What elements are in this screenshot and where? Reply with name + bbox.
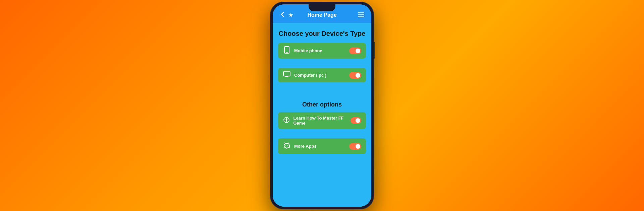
option-left-computer: Computer ( pc ) xyxy=(283,71,326,79)
main-content: Choose your Device's Type Mobile phone xyxy=(273,23,371,207)
mobile-phone-icon xyxy=(283,46,291,55)
learn-ff-label: Learn How To Master FF Game xyxy=(293,116,351,126)
more-apps-label: More Apps xyxy=(294,144,317,149)
android-icon xyxy=(283,142,291,151)
learn-ff-toggle[interactable] xyxy=(351,117,361,124)
computer-icon xyxy=(283,71,291,79)
spacer-1 xyxy=(278,61,366,68)
app-bar-title: Home Page xyxy=(287,12,357,18)
gamepad-icon xyxy=(283,117,290,125)
other-section-title: Other options xyxy=(278,101,366,108)
svg-point-12 xyxy=(284,143,289,148)
menu-button[interactable] xyxy=(357,12,366,19)
favorite-button[interactable]: ★ xyxy=(286,11,296,19)
svg-line-16 xyxy=(288,143,289,144)
device-section-title: Choose your Device's Type xyxy=(278,30,366,38)
phone-frame: ★ Home Page Choose your Device's Type xyxy=(270,2,374,209)
more-apps-option[interactable]: More Apps xyxy=(278,138,366,154)
mobile-phone-option[interactable]: Mobile phone xyxy=(278,43,366,59)
learn-ff-option[interactable]: Learn How To Master FF Game xyxy=(278,112,366,129)
spacer-4 xyxy=(278,132,366,138)
svg-point-14 xyxy=(287,145,288,146)
svg-rect-5 xyxy=(283,72,290,76)
computer-label: Computer ( pc ) xyxy=(294,73,326,78)
power-button xyxy=(374,42,375,59)
svg-line-15 xyxy=(285,143,285,144)
option-left-mobile: Mobile phone xyxy=(283,46,322,55)
svg-point-13 xyxy=(285,145,286,146)
computer-option[interactable]: Computer ( pc ) xyxy=(278,68,366,82)
mobile-phone-toggle[interactable] xyxy=(349,48,361,54)
more-apps-toggle[interactable] xyxy=(349,143,361,150)
computer-toggle[interactable] xyxy=(349,72,361,79)
spacer-2 xyxy=(278,85,366,92)
mobile-phone-label: Mobile phone xyxy=(294,48,322,53)
phone-screen: ★ Home Page Choose your Device's Type xyxy=(273,4,371,207)
option-left-learn: Learn How To Master FF Game xyxy=(283,116,351,126)
svg-point-11 xyxy=(286,119,287,121)
option-left-more: More Apps xyxy=(283,142,317,151)
phone-notch xyxy=(309,4,335,11)
spacer-3 xyxy=(278,92,366,98)
